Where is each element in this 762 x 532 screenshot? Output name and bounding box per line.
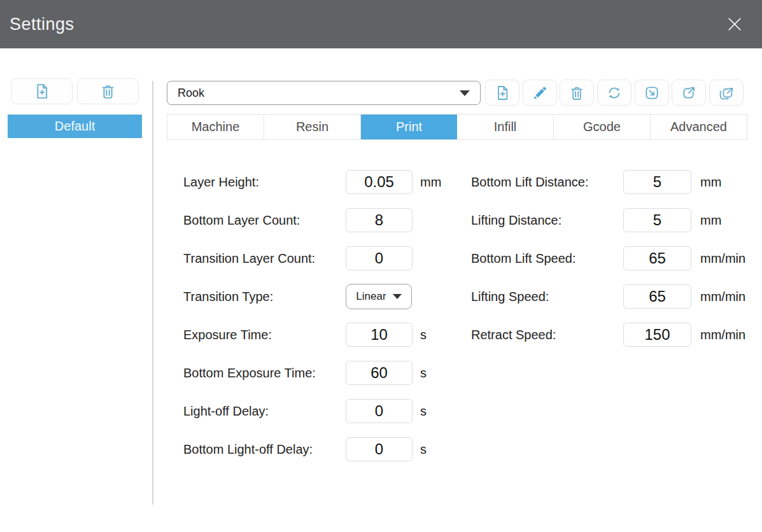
file-plus-icon [494,85,511,101]
pencil-icon [532,85,548,101]
transition-layer-count-label: Transition Layer Count: [183,246,315,270]
exposure-time-label: Exposure Time: [183,323,272,347]
refresh-icon [606,85,623,101]
import-profile-button[interactable] [635,80,669,106]
bottom-exposure-time-label: Bottom Exposure Time: [183,361,316,385]
import-icon [644,85,660,101]
transition-type-label: Transition Type: [183,284,273,309]
reset-profile-button[interactable] [597,80,631,106]
tab-label: Advanced [670,120,727,134]
transition-type-value: Linear [356,290,386,303]
tab-print[interactable]: Print [361,115,457,139]
export-all-profiles-button[interactable] [709,80,744,106]
close-button[interactable] [724,13,745,35]
bottom-lift-distance-input[interactable] [623,170,691,194]
tab-label: Machine [192,120,240,134]
lifting-speed-label: Lifting Speed: [471,284,549,309]
layer-height-unit: mm [420,170,441,194]
lifting-distance-input[interactable] [623,208,691,232]
lifting-speed-unit: mm/min [700,284,745,309]
retract-speed-label: Retract Speed: [471,323,556,347]
export-icon [681,85,697,101]
bottom-lift-speed-label: Bottom Lift Speed: [471,246,576,270]
transition-type-select[interactable]: Linear [346,284,412,309]
layer-height-input[interactable] [346,170,413,194]
tab-gcode[interactable]: Gcode [554,115,651,139]
tab-machine[interactable]: Machine [167,115,264,139]
tab-infill[interactable]: Infill [457,115,554,139]
new-profile-button[interactable] [485,80,519,106]
trash-icon [99,83,116,100]
file-plus-icon [33,83,50,100]
bottom-lift-distance-unit: mm [700,170,721,194]
chevron-down-icon [460,90,470,96]
export-all-icon [718,85,735,101]
lifting-distance-label: Lifting Distance: [471,208,561,232]
title-bar: Settings [0,0,762,48]
light-off-delay-unit: s [420,399,427,423]
profile-list-item-default[interactable]: Default [8,115,142,138]
bottom-layer-count-label: Bottom Layer Count: [183,208,300,232]
settings-tab-bar: Machine Resin Print Infill Gcode Advance… [167,114,747,140]
bottom-exposure-time-unit: s [420,361,427,385]
exposure-time-input[interactable] [346,323,413,347]
lifting-speed-input[interactable] [623,284,691,309]
settings-dialog: Settings Default Rook [0,0,762,532]
bottom-exposure-time-input[interactable] [346,361,413,385]
profile-toolbar [485,80,744,106]
window-title: Settings [10,0,74,48]
tab-label: Gcode [583,120,621,134]
light-off-delay-input[interactable] [346,399,413,423]
bottom-lift-distance-label: Bottom Lift Distance: [471,170,589,194]
tab-resin[interactable]: Resin [264,115,361,139]
add-profile-button[interactable] [11,78,73,104]
light-off-delay-label: Light-off Delay: [183,399,269,423]
edit-profile-button[interactable] [523,80,557,106]
bottom-lift-speed-input[interactable] [623,246,691,270]
tab-label: Print [396,120,422,134]
bottom-light-off-delay-label: Bottom Light-off Delay: [183,437,313,461]
bottom-light-off-delay-input[interactable] [346,437,413,461]
profile-dropdown-value: Rook [178,87,204,100]
trash-icon [568,85,585,101]
layer-height-label: Layer Height: [183,170,259,194]
lifting-distance-unit: mm [700,208,721,232]
tab-label: Infill [494,120,517,134]
tab-advanced[interactable]: Advanced [651,115,747,139]
vertical-divider [152,81,153,505]
retract-speed-input[interactable] [623,323,691,347]
export-profile-button[interactable] [672,80,706,106]
tab-label: Resin [296,120,328,134]
bottom-light-off-delay-unit: s [420,437,427,461]
delete-profile-toolbar-button[interactable] [560,80,594,106]
chevron-down-icon [393,294,402,299]
delete-profile-button[interactable] [77,78,139,104]
profile-dropdown[interactable]: Rook [167,81,481,105]
transition-layer-count-input[interactable] [346,246,413,270]
retract-speed-unit: mm/min [700,323,745,347]
bottom-layer-count-input[interactable] [346,208,413,232]
exposure-time-unit: s [420,323,427,347]
close-icon [725,15,744,34]
bottom-lift-speed-unit: mm/min [700,246,745,270]
profile-item-label: Default [55,119,95,134]
